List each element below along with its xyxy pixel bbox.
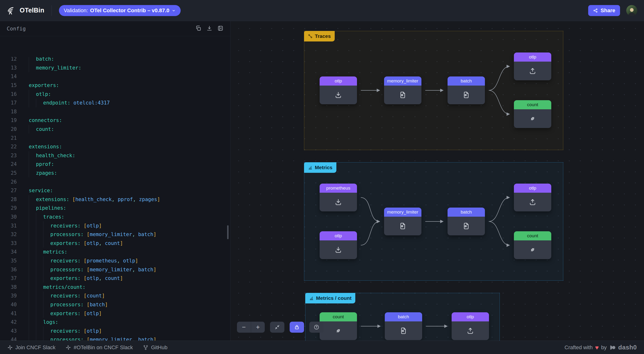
copy-config-button[interactable] [195, 25, 202, 32]
node-count-connector[interactable]: count [514, 100, 551, 128]
code-line[interactable]: 20count: [0, 125, 230, 134]
processor-icon [399, 91, 407, 99]
code-line[interactable]: 16otlp: [0, 90, 230, 99]
route-icon [308, 34, 313, 39]
section-label: Metrics / count [316, 295, 352, 301]
code-line[interactable]: 21 [0, 134, 230, 142]
code-line[interactable]: 24pprof: [0, 160, 230, 169]
node-count-connector[interactable]: count [514, 231, 551, 259]
code-line[interactable]: 40processors: [batch] [0, 300, 230, 309]
node-label: prometheus [320, 184, 357, 193]
config-panel: Config 12b [0, 21, 230, 340]
line-number: 23 [0, 153, 17, 158]
code-line[interactable]: 18 [0, 107, 230, 116]
code-line[interactable]: 42logs: [0, 318, 230, 327]
section-tag-metrics: Metrics [304, 162, 336, 173]
code-line[interactable]: 32processors: [memory_limiter, batch] [0, 230, 230, 239]
user-avatar[interactable] [626, 5, 637, 16]
line-number: 43 [0, 328, 17, 334]
code-line[interactable]: 28extensions: [health_check, pprof, zpag… [0, 195, 230, 204]
github-link[interactable]: GitHub [143, 344, 167, 351]
validation-label: Validation: [64, 8, 88, 14]
code-line[interactable]: 15exporters: [0, 81, 230, 90]
github-icon [143, 345, 148, 350]
node-batch-processor[interactable]: batch [385, 312, 422, 340]
node-batch-processor[interactable]: batch [448, 77, 485, 104]
exporter-icon [466, 327, 474, 335]
download-config-button[interactable] [206, 25, 213, 32]
line-number: 31 [0, 223, 17, 229]
line-number: 40 [0, 302, 17, 307]
editor-vertical-scrollbar[interactable] [227, 225, 228, 239]
processor-icon [462, 222, 470, 230]
code-line[interactable]: 29pipelines: [0, 204, 230, 213]
download-icon [206, 25, 212, 32]
lock-button[interactable] [290, 322, 304, 333]
code-line[interactable]: 41exporters: [otlp] [0, 309, 230, 318]
dash0-brand[interactable]: dash0 [618, 344, 637, 351]
join-cncf-slack-link[interactable]: Join CNCF Slack [7, 344, 55, 351]
code-line[interactable]: 31receivers: [otlp] [0, 221, 230, 230]
code-line[interactable]: 22extensions: [0, 142, 230, 151]
code-line[interactable]: 35receivers: [prometheus, otlp] [0, 256, 230, 265]
code-line[interactable]: 13memory_limiter: [0, 64, 230, 72]
node-batch-processor[interactable]: batch [448, 208, 485, 235]
node-otlp-exporter[interactable]: otlp [452, 312, 489, 340]
code-line[interactable]: 30traces: [0, 213, 230, 221]
code-line[interactable]: 12batch: [0, 57, 230, 64]
node-otlp-receiver[interactable]: otlp [320, 231, 357, 259]
code-line[interactable]: 39receivers: [count] [0, 291, 230, 300]
collapse-panel-icon [217, 25, 224, 32]
fit-view-button[interactable] [270, 322, 284, 333]
line-number: 18 [0, 109, 17, 115]
code-line[interactable]: 23health_check: [0, 151, 230, 160]
zoom-out-button[interactable]: − [237, 322, 251, 333]
help-button[interactable] [309, 322, 324, 333]
dash0-logo-icon [609, 344, 616, 351]
node-label: otlp [320, 231, 357, 240]
code-line[interactable]: 34metrics: [0, 248, 230, 256]
code-line[interactable]: 43receivers: [otlp] [0, 326, 230, 335]
flow-canvas[interactable]: TracesMetricsMetrics / countotlpmemory_l… [231, 21, 644, 340]
zoom-in-button[interactable]: + [251, 322, 265, 333]
code-line[interactable]: 25zpages: [0, 169, 230, 178]
validation-dropdown[interactable]: Validation: OTel Collector Contrib – v0.… [59, 5, 181, 16]
section-tag-traces: Traces [304, 31, 335, 42]
otelbin-slack-channel-link[interactable]: #OTelBin on CNCF Slack [66, 344, 133, 351]
otelbin-app: OTelBin Validation: OTel Collector Contr… [0, 0, 644, 354]
node-otlp-receiver[interactable]: otlp [320, 77, 357, 104]
node-otlp-exporter[interactable]: otlp [514, 53, 551, 80]
code-line[interactable]: 27service: [0, 186, 230, 195]
node-label: count [320, 312, 357, 321]
code-line[interactable]: 14 [0, 72, 230, 81]
receiver-icon [334, 198, 342, 206]
node-label: otlp [514, 53, 551, 62]
pipeline-section-metrics: Metrics [304, 162, 563, 281]
collapse-panel-button[interactable] [217, 25, 224, 32]
code-line[interactable]: 37exporters: [otlp, count] [0, 274, 230, 283]
share-button[interactable]: Share [588, 5, 620, 16]
line-number: 38 [0, 284, 17, 290]
exporter-icon [528, 67, 537, 75]
line-number: 15 [0, 83, 17, 88]
node-count-connector[interactable]: count [320, 312, 357, 340]
footer-link-label: GitHub [151, 344, 167, 351]
node-memory_limiter-processor[interactable]: memory_limiter [384, 77, 422, 104]
code-line[interactable]: 26 [0, 177, 230, 186]
code-line[interactable]: 33exporters: [otlp, count] [0, 239, 230, 248]
code-line[interactable]: 19connectors: [0, 116, 230, 125]
footer-link-label: Join CNCF Slack [15, 344, 55, 351]
node-otlp-exporter[interactable]: otlp [514, 184, 551, 211]
code-line[interactable]: 17endpoint: otelcol:4317 [0, 99, 230, 107]
footer-link-label: #OTelBin on CNCF Slack [74, 344, 133, 351]
node-label: memory_limiter [384, 77, 422, 86]
connector-icon [528, 246, 537, 254]
yaml-editor[interactable]: 12batch:13memory_limiter:1415exporters:1… [0, 57, 230, 346]
node-prometheus-receiver[interactable]: prometheus [320, 184, 357, 211]
node-memory_limiter-processor[interactable]: memory_limiter [384, 208, 422, 235]
connector-icon [334, 327, 342, 335]
line-number: 13 [0, 65, 17, 71]
code-line[interactable]: 38metrics/count: [0, 283, 230, 291]
code-line[interactable]: 36processors: [memory_limiter, batch] [0, 265, 230, 274]
footer-bar: Join CNCF Slack #OTelBin on CNCF Slack G… [0, 340, 644, 354]
